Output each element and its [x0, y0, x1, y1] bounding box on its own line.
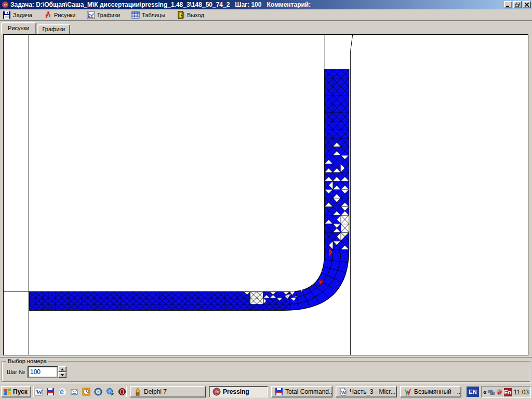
- app-window: Задача: D:\Общая\Саша_М\К диссертации\pr…: [0, 0, 532, 399]
- task-pressing[interactable]: Pressing: [209, 386, 268, 397]
- toolbar-tables-button[interactable]: Таблицы: [130, 10, 168, 20]
- arrow-down-icon: [61, 374, 64, 376]
- step-number-input[interactable]: [28, 366, 58, 378]
- internet-explorer-icon[interactable]: e: [58, 388, 66, 396]
- svg-text:e: e: [60, 388, 64, 396]
- step-spinner: [58, 366, 66, 378]
- task-buttons: Delphi 7 Pressing Total Command... W Час…: [130, 386, 461, 397]
- security-shield-icon[interactable]: [496, 388, 502, 396]
- view-tabs: Рисунки Графики: [1, 22, 70, 34]
- untitled-app-icon: [404, 388, 412, 396]
- fem-mesh-figure: [4, 35, 528, 355]
- window-title: Задача: D:\Общая\Саша_М\К диссертации\pr…: [10, 1, 502, 8]
- start-button[interactable]: Пуск: [1, 386, 31, 397]
- toolbar-exit-label: Выход: [187, 12, 204, 18]
- step-number-label: Шаг №: [7, 369, 25, 375]
- word-icon[interactable]: W: [34, 388, 43, 396]
- task-total-commander[interactable]: Total Command...: [271, 386, 332, 397]
- minimize-button[interactable]: [504, 1, 512, 8]
- word-doc-icon: W: [339, 388, 348, 396]
- charts-icon: [87, 11, 95, 19]
- toolbar-charts-button[interactable]: Графики: [86, 10, 123, 20]
- pictures-icon: [44, 11, 52, 19]
- restore-button[interactable]: [513, 1, 522, 8]
- titlebar[interactable]: Задача: D:\Общая\Саша_М\К диссертации\pr…: [0, 0, 532, 9]
- opera-icon[interactable]: [118, 388, 126, 396]
- taskbar-separator: [126, 387, 127, 397]
- mesh-drawing-canvas: [3, 34, 528, 355]
- step-selection-panel: Выбор номера Шаг №: [0, 358, 532, 383]
- svg-text:W: W: [36, 388, 43, 396]
- tab-pictures[interactable]: Рисунки: [1, 22, 36, 34]
- delphi-icon: [134, 388, 142, 396]
- system-tray: « En 11:03: [481, 386, 531, 398]
- app-icon[interactable]: [2, 1, 9, 8]
- main-toolbar: Задача Рисунки Графики Таблицы Выход: [0, 9, 532, 21]
- task-untitled[interactable]: Безымянный - ...: [400, 386, 461, 397]
- groupbox-legend: Выбор номера: [6, 358, 48, 364]
- pressing-app-icon: [212, 388, 221, 396]
- tab-charts[interactable]: Графики: [37, 24, 71, 34]
- language-bar[interactable]: EN: [467, 387, 479, 397]
- step-groupbox: Выбор номера Шаг №: [2, 361, 530, 382]
- clock-app-icon[interactable]: [82, 388, 90, 396]
- exit-icon: [177, 11, 185, 19]
- toolbar-pictures-label: Рисунки: [54, 12, 76, 18]
- toolbar-pictures-button[interactable]: Рисунки: [43, 10, 79, 20]
- toolbar-tables-label: Таблицы: [142, 12, 165, 18]
- toolbar-task-button[interactable]: Задача: [2, 10, 35, 20]
- spin-up-button[interactable]: [58, 366, 66, 372]
- taskbar: Пуск W e Delphi 7 Pressing T: [0, 383, 532, 399]
- toolbar-task-label: Задача: [13, 12, 32, 18]
- task-delphi[interactable]: Delphi 7: [130, 386, 206, 397]
- floppy-icon: [275, 388, 283, 396]
- taskbar-separator: [33, 387, 34, 397]
- start-label: Пуск: [13, 388, 28, 395]
- toolbar-exit-button[interactable]: Выход: [176, 10, 207, 20]
- total-commander-icon[interactable]: [46, 388, 55, 396]
- tables-icon: [131, 11, 140, 19]
- outlook-express-icon[interactable]: [70, 388, 78, 396]
- quick-launch-bar: W e: [34, 388, 126, 396]
- close-button[interactable]: [523, 1, 531, 8]
- network-globe-icon[interactable]: [106, 388, 114, 396]
- tray-clock: 11:03: [513, 389, 529, 396]
- windows-logo-icon: [3, 388, 11, 395]
- task-word-document[interactable]: W Часть_3 - Micr...: [336, 386, 397, 397]
- spin-down-button[interactable]: [58, 372, 66, 378]
- language-indicator-2[interactable]: En: [504, 388, 512, 396]
- save-icon: [3, 11, 11, 19]
- network-status-icon[interactable]: [488, 388, 495, 396]
- media-player-icon[interactable]: [94, 388, 102, 396]
- tray-chevron-button[interactable]: «: [483, 389, 487, 396]
- arrow-up-icon: [61, 368, 64, 370]
- svg-text:W: W: [341, 390, 346, 395]
- toolbar-charts-label: Графики: [97, 12, 120, 18]
